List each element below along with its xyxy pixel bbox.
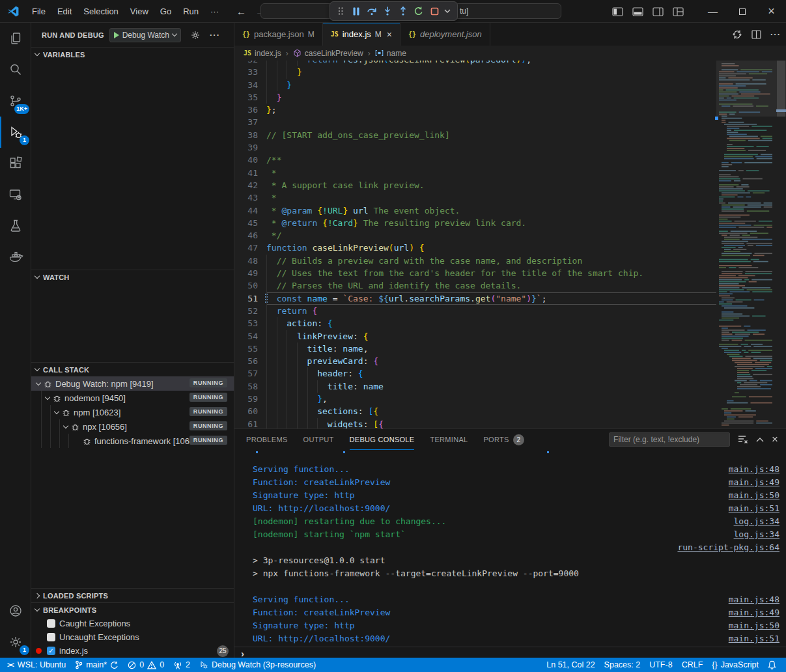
line-number[interactable]: 58	[234, 380, 266, 393]
source-link[interactable]: main.js:48	[729, 593, 779, 606]
menu-[interactable]: ···	[204, 7, 225, 16]
source-link[interactable]: main.js:50	[729, 619, 779, 632]
panel-tab-output[interactable]: OUTPUT	[303, 429, 334, 450]
code-line[interactable]: sections: [{	[266, 405, 716, 417]
debug-settings-gear-icon[interactable]	[190, 30, 201, 40]
line-number[interactable]: 36	[234, 104, 266, 116]
activity-search[interactable]	[0, 54, 31, 85]
line-number[interactable]: 57	[234, 367, 266, 380]
restart-button[interactable]	[412, 4, 425, 18]
watch-section-header[interactable]: WATCH	[31, 270, 234, 284]
activity-extensions[interactable]	[0, 148, 31, 179]
activity-remote-explorer[interactable]	[0, 179, 31, 210]
line-number[interactable]: 52	[234, 305, 266, 317]
close-panel-icon[interactable]: ×	[772, 433, 778, 446]
call-stack-session[interactable]: Debug Watch: npm [9419]RUNNING	[31, 376, 234, 391]
breadcrumb-symbol[interactable]: name	[387, 49, 406, 58]
code-line[interactable]: *	[266, 191, 716, 204]
nav-back-icon[interactable]: ←	[236, 6, 246, 17]
code-editor[interactable]: 3233343536373839404142434445464748495051…	[234, 61, 786, 428]
code-line[interactable]: title: name,	[266, 343, 716, 355]
line-number[interactable]: 39	[234, 141, 266, 154]
open-changes-icon[interactable]	[732, 29, 742, 40]
code-line[interactable]: }	[266, 66, 716, 78]
toggle-panel-icon[interactable]	[632, 7, 643, 16]
panel-tab-terminal[interactable]: TERMINAL	[430, 429, 468, 450]
breakpoint-checkbox[interactable]	[47, 619, 55, 628]
line-number[interactable]: 45	[234, 217, 266, 229]
line-number[interactable]: 35	[234, 91, 266, 104]
indentation-status[interactable]: Spaces: 2	[600, 658, 645, 672]
toggle-primary-sidebar-icon[interactable]	[612, 7, 623, 16]
code-line[interactable]: return {	[266, 305, 716, 317]
menu-run[interactable]: Run	[177, 7, 204, 16]
language-mode-status[interactable]: {}JavaScript	[707, 658, 763, 672]
git-branch-status[interactable]: main*	[70, 658, 123, 672]
source-link[interactable]: log.js:34	[734, 515, 779, 528]
debug-session-status[interactable]: Debug Watch (3p-resources)	[195, 658, 320, 672]
line-number[interactable]: 43	[234, 191, 266, 204]
activity-explorer[interactable]	[0, 23, 31, 54]
remote-indicator[interactable]: >< WSL: Ubuntu	[3, 658, 70, 672]
sidebar-more-actions-icon[interactable]: ···	[210, 30, 220, 40]
line-number[interactable]: 42	[234, 179, 266, 191]
menu-file[interactable]: File	[26, 7, 51, 16]
eol-status[interactable]: CRLF	[677, 658, 708, 672]
forwarded-ports-status[interactable]: 2	[169, 658, 195, 672]
debug-session-chevron-icon[interactable]	[443, 4, 451, 18]
line-number[interactable]: 47	[234, 242, 266, 254]
panel-tab-problems[interactable]: PROBLEMS	[246, 429, 288, 450]
line-number[interactable]: 55	[234, 343, 266, 355]
line-number[interactable]: 41	[234, 167, 266, 179]
call-stack-section-header[interactable]: CALL STACK	[31, 362, 234, 376]
loaded-scripts-section-header[interactable]: LOADED SCRIPTS	[31, 588, 234, 602]
source-link[interactable]: run-script-pkg.js:64	[677, 541, 779, 554]
drag-grip-icon[interactable]	[334, 4, 347, 18]
code-line[interactable]: function caseLinkPreview(url) {	[266, 242, 716, 254]
editor-more-actions-icon[interactable]: ···	[770, 29, 781, 39]
activity-docker[interactable]	[0, 242, 31, 273]
customize-layout-icon[interactable]	[673, 7, 684, 16]
line-number[interactable]: 54	[234, 330, 266, 343]
breakpoint-checkbox[interactable]	[47, 633, 55, 641]
encoding-status[interactable]: UTF-8	[645, 658, 677, 672]
maximize-button[interactable]	[727, 0, 757, 23]
code-line[interactable]: };	[266, 104, 716, 116]
panel-tab-debug-console[interactable]: DEBUG CONSOLE	[350, 429, 415, 450]
call-stack-session[interactable]: nodemon [9450]RUNNING	[31, 391, 234, 405]
line-number[interactable]: 48	[234, 255, 266, 267]
line-number[interactable]: 32	[234, 61, 266, 66]
code-line[interactable]: header: {	[266, 367, 716, 380]
code-line[interactable]: }	[266, 91, 716, 104]
toggle-secondary-sidebar-icon[interactable]	[653, 7, 664, 16]
code-line[interactable]: const name = `Case: ${url.searchParams.g…	[266, 292, 716, 305]
code-line[interactable]: /**	[266, 154, 716, 166]
close-tab-icon[interactable]: ×	[387, 29, 392, 40]
activity-source-control[interactable]: 1K+	[0, 85, 31, 117]
code-line[interactable]: action: {	[266, 317, 716, 329]
code-line[interactable]: previewCard: {	[266, 355, 716, 367]
pause-button[interactable]	[350, 4, 363, 18]
code-line[interactable]: */	[266, 229, 716, 242]
cursor-position-status[interactable]: Ln 51, Col 22	[542, 658, 599, 672]
line-number[interactable]: 61	[234, 418, 266, 428]
code-line[interactable]: * A support case link preview.	[266, 179, 716, 191]
tab-index-js[interactable]: JS index.js M ×	[323, 23, 400, 46]
code-line[interactable]: * @return {!Card} The resulting preview …	[266, 217, 716, 229]
call-stack-session[interactable]: npm [10623]RUNNING	[31, 405, 234, 419]
problems-status[interactable]: 0 0	[123, 658, 169, 672]
code-line[interactable]: // Uses the text from the card's header …	[266, 267, 716, 279]
breakpoint-row[interactable]: ✓index.js25	[31, 644, 234, 658]
split-editor-icon[interactable]	[751, 30, 761, 39]
line-number[interactable]: 37	[234, 116, 266, 128]
source-link[interactable]: main.js:50	[729, 489, 779, 502]
code-line[interactable]: // Builds a preview card with the case n…	[266, 255, 716, 267]
editor-scrollbar[interactable]	[776, 61, 786, 428]
source-link[interactable]: main.js:51	[729, 502, 779, 515]
activity-testing[interactable]	[0, 210, 31, 242]
breadcrumb-file[interactable]: index.js	[255, 49, 281, 58]
code-line[interactable]: return res.json(caseLinkPreview(parsedUr…	[266, 61, 716, 66]
menu-selection[interactable]: Selection	[77, 7, 124, 16]
line-number[interactable]: 33	[234, 66, 266, 78]
menu-view[interactable]: View	[124, 7, 154, 16]
